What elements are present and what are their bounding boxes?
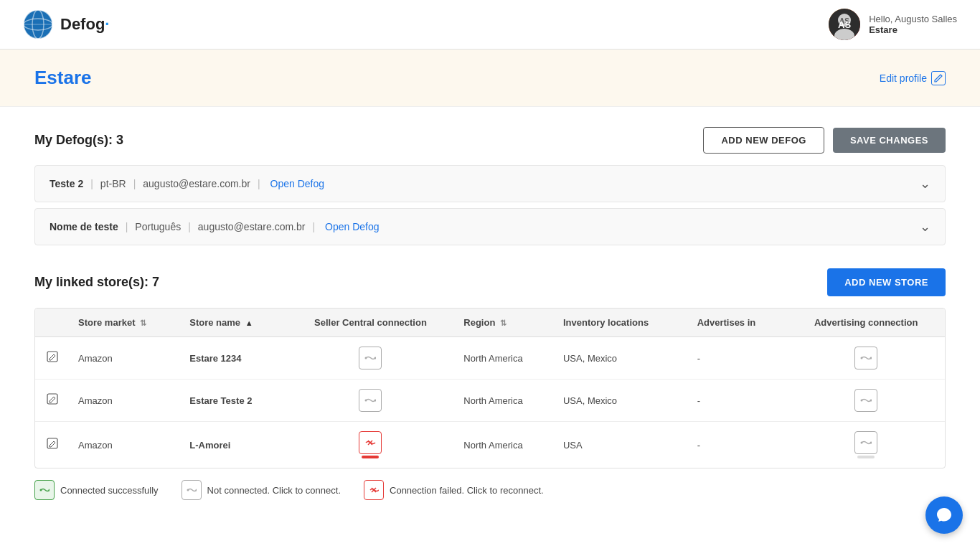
defog-lang: Português (135, 221, 181, 232)
adv-not-connected-button[interactable] (854, 389, 877, 412)
th-seller-connection: Seller Central connection (286, 309, 456, 337)
svg-rect-19 (47, 438, 57, 448)
defog-email: augusto@estare.com.br (143, 178, 250, 189)
defog-separator-2: | (188, 221, 191, 232)
edit-row-button[interactable] (44, 436, 61, 453)
defog-email: augusto@estare.com.br (198, 221, 306, 232)
legend-not-connected: Not connected. Click to connect. (182, 480, 341, 500)
legend: Connected successfully Not connected. Cl… (34, 468, 946, 512)
table-row: AmazonEstare Teste 2 North AmericaUSA, M… (35, 380, 945, 422)
table-header-row: Store market ⇅ Store name ▲ Seller Centr… (35, 309, 945, 337)
inventory-locations: USA (555, 422, 689, 468)
add-new-defog-button[interactable]: ADD NEW DEFOG (703, 127, 824, 154)
logo-text: Defog· (60, 15, 109, 34)
svg-point-17 (861, 400, 863, 402)
defog-name: Nome de teste (50, 221, 118, 232)
chat-bubble-button[interactable] (925, 496, 963, 532)
add-new-store-button[interactable]: ADD NEW STORE (827, 268, 946, 296)
edit-row-button[interactable] (44, 392, 61, 409)
legend-failed-label: Connection failed. Click to reconnect. (390, 485, 544, 496)
th-region-label: Region (463, 317, 495, 328)
store-table-wrap: Store market ⇅ Store name ▲ Seller Centr… (34, 308, 946, 468)
advertises-in: - (689, 380, 788, 422)
svg-rect-9 (47, 352, 57, 362)
defog-lang: pt-BR (100, 178, 126, 189)
store-market: Amazon (70, 422, 181, 468)
defog-separator: | (90, 178, 93, 189)
not-connected-icon (182, 480, 202, 500)
sort-region-icon: ⇅ (500, 319, 507, 327)
table-row: AmazonL-Amorei North AmericaUSA- (35, 422, 945, 468)
store-region: North America (455, 380, 555, 422)
user-area: AS Hello, Augusto Salles Estare (829, 9, 957, 40)
th-region[interactable]: Region ⇅ (455, 309, 555, 337)
adv-not-connected-button[interactable] (854, 347, 877, 369)
defog-separator-2: | (133, 178, 136, 189)
svg-point-6 (838, 14, 851, 27)
edit-row-button[interactable] (44, 349, 61, 367)
chevron-down-icon[interactable]: ⌄ (920, 176, 930, 192)
th-store-name[interactable]: Store name ▲ (181, 309, 286, 337)
svg-rect-14 (47, 394, 57, 404)
adv-connection-cell (787, 380, 945, 422)
store-region: North America (455, 337, 555, 380)
defog-name: Teste 2 (50, 178, 83, 189)
adv-connection-cell (787, 337, 945, 380)
th-adv-connection: Advertising connection (787, 309, 945, 337)
th-store-market-label: Store market (78, 317, 135, 328)
not-connected-button[interactable] (359, 347, 382, 369)
profile-banner: Estare Edit profile (0, 50, 980, 107)
adv-connection-cell (787, 422, 945, 468)
defog-separator-3: | (258, 178, 260, 189)
user-hello-text: Hello, Augusto Salles (869, 14, 957, 24)
adv-not-connected-button[interactable] (854, 431, 877, 454)
svg-rect-5 (829, 9, 860, 40)
avatar: AS (829, 9, 860, 40)
main-content: My Defog(s): 3 ADD NEW DEFOG SAVE CHANGE… (0, 107, 980, 532)
not-connected-button[interactable] (359, 389, 382, 412)
th-store-market[interactable]: Store market ⇅ (70, 309, 181, 337)
store-name: L-Amorei (181, 422, 286, 468)
edit-profile-label: Edit profile (880, 72, 927, 84)
th-edit (35, 309, 70, 337)
seller-connection-cell (286, 422, 456, 468)
svg-text:AS: AS (839, 17, 849, 25)
store-name: Estare Teste 2 (181, 380, 286, 422)
edit-profile-button[interactable]: Edit profile (880, 71, 946, 85)
store-market: Amazon (70, 337, 181, 380)
logo-brand: Defog (60, 15, 105, 33)
save-changes-button[interactable]: SAVE CHANGES (833, 128, 946, 153)
stores-section-header: My linked store(s): 7 ADD NEW STORE (34, 268, 946, 296)
open-defog-link[interactable]: Open Defog (270, 178, 325, 189)
reconnect-button[interactable] (359, 431, 382, 454)
svg-point-7 (834, 29, 854, 40)
stores-section: My linked store(s): 7 ADD NEW STORE Stor… (34, 268, 946, 512)
seller-connection-cell (286, 337, 456, 380)
defog-info: Nome de teste | Português | augusto@esta… (50, 221, 380, 232)
store-table: Store market ⇅ Store name ▲ Seller Centr… (35, 309, 945, 468)
svg-point-26 (187, 489, 189, 491)
sort-icon: ⇅ (140, 319, 146, 327)
logo-area: Defog· (23, 9, 109, 39)
edit-cell (35, 422, 70, 468)
inventory-locations: USA, Mexico (555, 337, 689, 380)
legend-success-label: Connected successfully (60, 485, 159, 496)
seller-connection-cell (286, 380, 456, 422)
defog-row: Teste 2 | pt-BR | augusto@estare.com.br … (34, 165, 946, 202)
store-name: Estare 1234 (181, 337, 286, 380)
store-region: North America (455, 422, 555, 468)
user-company-text: Estare (869, 24, 957, 35)
th-advertises: Advertises in (689, 309, 788, 337)
connected-icon (34, 480, 55, 500)
edit-icon (931, 71, 946, 85)
chevron-down-icon[interactable]: ⌄ (920, 219, 930, 235)
legend-not-connected-label: Not connected. Click to connect. (207, 485, 341, 496)
open-defog-link[interactable]: Open Defog (325, 221, 380, 232)
svg-point-12 (861, 357, 863, 359)
advertises-in: - (689, 337, 788, 380)
defog-separator: | (126, 221, 128, 232)
stores-title: My linked store(s): 7 (34, 275, 159, 290)
table-row: AmazonEstare 1234 North AmericaUSA, Mexi… (35, 337, 945, 380)
th-inventory: Inventory locations (555, 309, 689, 337)
logo-globe-icon (23, 9, 53, 39)
